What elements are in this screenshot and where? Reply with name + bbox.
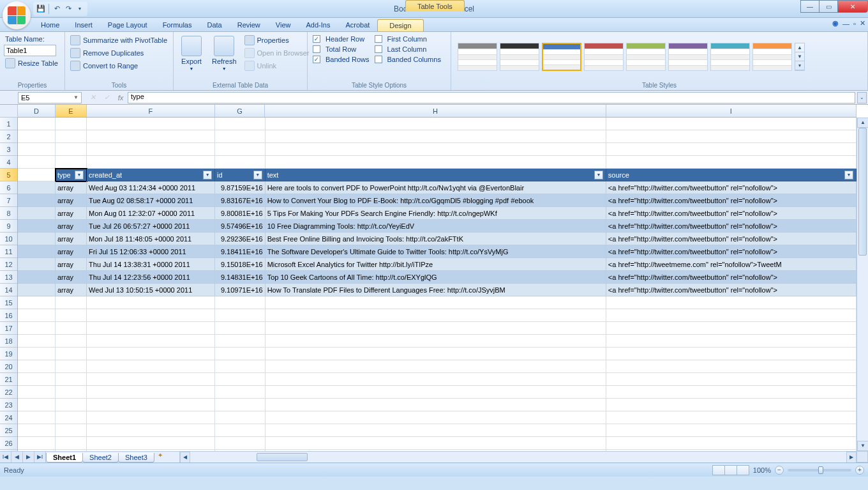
zoom-in-icon[interactable]: + bbox=[855, 466, 864, 475]
cell[interactable] bbox=[56, 322, 87, 335]
row-header[interactable]: 21 bbox=[0, 373, 17, 386]
cell[interactable]: array bbox=[56, 271, 87, 284]
cell[interactable] bbox=[606, 386, 857, 399]
convert-range-button[interactable]: Convert to Range bbox=[69, 60, 168, 72]
cell[interactable] bbox=[266, 411, 606, 424]
cell[interactable] bbox=[215, 130, 266, 143]
row-header[interactable]: 4 bbox=[0, 156, 17, 169]
cell[interactable] bbox=[56, 118, 87, 130]
cell[interactable]: 9.29236E+16 bbox=[215, 233, 266, 245]
cell[interactable]: Top 10 Geek Cartoons of All Time: http:/… bbox=[266, 271, 606, 284]
row-header[interactable]: 12 bbox=[0, 258, 17, 271]
cell[interactable]: <a href="http://twitter.com/tweetbutton"… bbox=[606, 181, 857, 194]
cell[interactable] bbox=[18, 411, 56, 424]
tab-formulas[interactable]: Formulas bbox=[155, 19, 200, 31]
formula-input[interactable]: type bbox=[128, 92, 855, 103]
cell[interactable] bbox=[56, 348, 87, 360]
table-style-thumb[interactable] bbox=[458, 43, 497, 71]
name-box[interactable]: E5▼ bbox=[18, 92, 82, 103]
cell[interactable]: Mon Jul 18 11:48:05 +0000 2011 bbox=[87, 233, 215, 245]
properties-button[interactable]: Properties bbox=[243, 34, 311, 46]
summarize-pivot-button[interactable]: Summarize with PivotTable bbox=[69, 34, 168, 46]
cell[interactable] bbox=[215, 143, 266, 156]
cell[interactable]: <a href="http://twitter.com/tweetbutton"… bbox=[606, 284, 857, 296]
cell[interactable]: 9.14831E+16 bbox=[215, 271, 266, 284]
cell[interactable] bbox=[266, 118, 606, 130]
table-style-thumb[interactable] bbox=[710, 43, 750, 71]
table-style-thumb[interactable] bbox=[584, 43, 624, 71]
cell[interactable] bbox=[18, 296, 56, 309]
cell[interactable] bbox=[87, 437, 215, 450]
cell[interactable] bbox=[215, 322, 266, 335]
tab-home[interactable]: Home bbox=[33, 19, 67, 31]
row-header[interactable]: 13 bbox=[0, 271, 17, 284]
cell[interactable] bbox=[606, 296, 857, 309]
cell[interactable] bbox=[606, 156, 857, 169]
cell[interactable]: <a href="http://twitter.com/tweetbutton"… bbox=[606, 245, 857, 258]
redo-icon[interactable]: ↷ bbox=[63, 4, 73, 14]
cell[interactable] bbox=[215, 411, 266, 424]
cell[interactable]: 9.10971E+16 bbox=[215, 284, 266, 296]
zoom-percent[interactable]: 100% bbox=[753, 466, 771, 474]
zoom-out-icon[interactable]: − bbox=[775, 466, 784, 475]
cell[interactable]: Mon Aug 01 12:32:07 +0000 2011 bbox=[87, 207, 215, 220]
cell[interactable] bbox=[56, 296, 87, 309]
cells-viewport[interactable]: type▼created_at▼id▼text▼source▼arrayWed … bbox=[18, 118, 857, 451]
cell[interactable]: How to Convert Your Blog to PDF E-Book: … bbox=[266, 194, 606, 207]
cell[interactable] bbox=[266, 335, 606, 348]
cell[interactable] bbox=[606, 424, 857, 437]
table-style-thumb[interactable] bbox=[500, 43, 539, 71]
cell[interactable] bbox=[87, 143, 215, 156]
cell[interactable] bbox=[87, 130, 215, 143]
cell[interactable] bbox=[18, 386, 56, 399]
cell[interactable] bbox=[215, 386, 266, 399]
horizontal-scrollbar[interactable]: ◀ ▶ bbox=[179, 452, 857, 463]
cell[interactable] bbox=[215, 373, 266, 386]
cell[interactable] bbox=[18, 118, 56, 130]
cell[interactable] bbox=[87, 322, 215, 335]
cell[interactable]: Tue Jul 26 06:57:27 +0000 2011 bbox=[87, 220, 215, 233]
cell[interactable]: text▼ bbox=[266, 169, 606, 181]
cell[interactable]: source▼ bbox=[606, 169, 857, 181]
cell[interactable] bbox=[18, 181, 56, 194]
export-button[interactable]: Export▼ bbox=[177, 34, 206, 79]
cell[interactable]: <a href="http://twitter.com/tweetbutton"… bbox=[606, 207, 857, 220]
cell[interactable] bbox=[56, 309, 87, 322]
cell[interactable]: 9.83167E+16 bbox=[215, 194, 266, 207]
cell[interactable]: array bbox=[56, 233, 87, 245]
cell[interactable] bbox=[56, 437, 87, 450]
row-header[interactable]: 1 bbox=[0, 118, 17, 130]
new-sheet-icon[interactable]: ✦ bbox=[154, 452, 167, 463]
cell[interactable] bbox=[606, 360, 857, 373]
cell[interactable] bbox=[215, 296, 266, 309]
close-button[interactable]: ✕ bbox=[837, 0, 868, 13]
cell[interactable]: 5 Tips For Making Your PDFs Search Engin… bbox=[266, 207, 606, 220]
cell[interactable] bbox=[56, 373, 87, 386]
cell[interactable]: 9.57496E+16 bbox=[215, 220, 266, 233]
cell[interactable] bbox=[18, 169, 56, 181]
cell[interactable]: Wed Jul 13 10:50:15 +0000 2011 bbox=[87, 284, 215, 296]
cell[interactable] bbox=[266, 437, 606, 450]
cell[interactable] bbox=[266, 348, 606, 360]
save-icon[interactable]: 💾 bbox=[36, 4, 46, 14]
cell[interactable] bbox=[215, 309, 266, 322]
cell[interactable] bbox=[18, 399, 56, 411]
cell[interactable]: Fri Jul 15 12:06:33 +0000 2011 bbox=[87, 245, 215, 258]
cell[interactable] bbox=[18, 373, 56, 386]
gallery-more-button[interactable]: ▲▼▾ bbox=[795, 43, 805, 71]
row-header[interactable]: 17 bbox=[0, 322, 17, 335]
cell[interactable] bbox=[18, 130, 56, 143]
cell[interactable] bbox=[18, 220, 56, 233]
cell[interactable] bbox=[606, 399, 857, 411]
cell[interactable]: <a href="http://twitter.com/tweetbutton"… bbox=[606, 233, 857, 245]
cell[interactable] bbox=[87, 411, 215, 424]
help-icon[interactable]: ◉ bbox=[832, 19, 839, 27]
vertical-scrollbar[interactable]: ▲ ▼ bbox=[857, 118, 868, 451]
page-break-view-icon[interactable] bbox=[737, 465, 749, 475]
row-header[interactable]: 8 bbox=[0, 207, 17, 220]
cell[interactable] bbox=[266, 386, 606, 399]
last-column-checkbox[interactable]: Last Column bbox=[373, 45, 442, 54]
row-header[interactable]: 23 bbox=[0, 399, 17, 411]
first-column-checkbox[interactable]: First Column bbox=[373, 34, 442, 43]
maximize-button[interactable]: ▭ bbox=[819, 0, 838, 13]
